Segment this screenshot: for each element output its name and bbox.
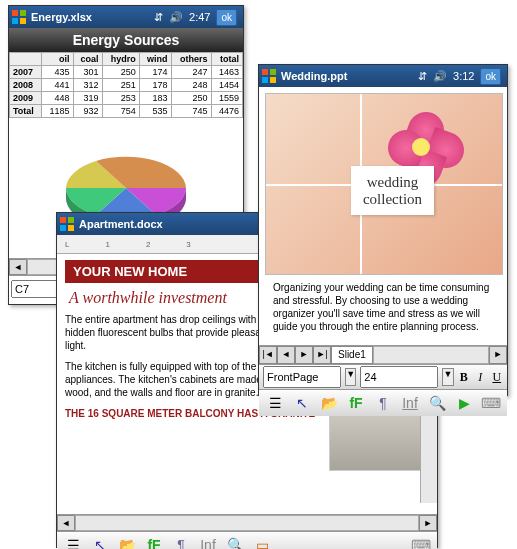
scroll-left-button[interactable]: ◄ xyxy=(57,515,75,531)
bold-button[interactable]: B xyxy=(458,367,470,387)
svg-rect-8 xyxy=(60,225,66,231)
prev-slide-button[interactable]: ◄ xyxy=(277,346,295,364)
svg-rect-7 xyxy=(68,217,74,223)
windows-logo-icon xyxy=(11,9,27,25)
keyboard-button[interactable]: ⌨ xyxy=(409,534,433,549)
svg-rect-0 xyxy=(12,10,18,16)
svg-rect-13 xyxy=(270,77,276,83)
toolbar: ☰ ↖ 📂 fF ¶ Inf 🔍 ▭ ⌨ xyxy=(57,531,437,549)
energy-table: oil coal hydro wind others total 2007435… xyxy=(9,52,243,118)
open-folder-button[interactable]: 📂 xyxy=(317,392,341,414)
page-view-button[interactable]: ▭ xyxy=(250,534,274,549)
slide-name[interactable]: Slide1 xyxy=(331,346,373,364)
table-row: 20074353012501742471463 xyxy=(10,66,243,79)
connectivity-icon: ⇵ xyxy=(418,70,427,83)
italic-button[interactable]: I xyxy=(474,367,486,387)
ok-button[interactable]: ok xyxy=(480,68,501,85)
slide-area[interactable]: wedding collection Organizing your weddi… xyxy=(259,87,507,345)
svg-rect-10 xyxy=(262,69,268,75)
energy-titlebar[interactable]: Energy.xlsx ⇵ 🔊 2:47 ok xyxy=(9,6,243,28)
clock: 3:12 xyxy=(453,70,474,82)
font-format-button[interactable]: fF xyxy=(344,392,368,414)
ok-button[interactable]: ok xyxy=(216,9,237,26)
wedding-window: Wedding.ppt ⇵ 🔊 3:12 ok wedding collecti… xyxy=(258,64,508,396)
toolbar: ☰ ↖ 📂 fF ¶ Inf 🔍 ▶ ⌨ xyxy=(259,389,507,416)
svg-rect-3 xyxy=(20,18,26,24)
cursor-icon[interactable]: ↖ xyxy=(88,534,112,549)
volume-icon: 🔊 xyxy=(169,11,183,24)
font-dropdown[interactable]: ▼ xyxy=(345,368,356,386)
cursor-icon[interactable]: ↖ xyxy=(290,392,314,414)
slide-nav: |◄ ◄ ► ►| Slide1 ► xyxy=(259,345,507,364)
menu-button[interactable]: ☰ xyxy=(61,534,85,549)
open-folder-button[interactable]: 📂 xyxy=(115,534,139,549)
clock: 2:47 xyxy=(189,11,210,23)
h-scrollbar[interactable]: ◄ ► xyxy=(57,514,437,531)
energy-title: Energy.xlsx xyxy=(31,11,154,23)
last-slide-button[interactable]: ►| xyxy=(313,346,331,364)
svg-rect-12 xyxy=(262,77,268,83)
table-header-row: oil coal hydro wind others total xyxy=(10,53,243,66)
wedding-title: Wedding.ppt xyxy=(281,70,418,82)
first-slide-button[interactable]: |◄ xyxy=(259,346,277,364)
windows-logo-icon xyxy=(59,216,75,232)
volume-icon: 🔊 xyxy=(433,70,447,83)
scroll-left-button[interactable]: ◄ xyxy=(9,259,27,275)
table-row: Total11859327545357454476 xyxy=(10,105,243,118)
next-slide-button[interactable]: ► xyxy=(295,346,313,364)
table-row: 20094483192531832501559 xyxy=(10,92,243,105)
svg-rect-9 xyxy=(68,225,74,231)
cell-ref-input[interactable] xyxy=(11,280,59,298)
play-button[interactable]: ▶ xyxy=(452,392,476,414)
scroll-right-button[interactable]: ► xyxy=(489,346,507,364)
svg-rect-11 xyxy=(270,69,276,75)
info-button[interactable]: Inf xyxy=(398,392,422,414)
slide-caption: Organizing your wedding can be time cons… xyxy=(265,275,501,339)
windows-logo-icon xyxy=(261,68,277,84)
info-button[interactable]: Inf xyxy=(196,534,220,549)
wedding-titlebar[interactable]: Wedding.ppt ⇵ 🔊 3:12 ok xyxy=(259,65,507,87)
svg-rect-6 xyxy=(60,217,66,223)
fontsize-dropdown[interactable]: ▼ xyxy=(442,368,453,386)
scroll-track[interactable] xyxy=(373,346,489,364)
table-row: 20084413122511782481454 xyxy=(10,79,243,92)
paragraph-button[interactable]: ¶ xyxy=(371,392,395,414)
scroll-track[interactable] xyxy=(75,515,419,531)
underline-button[interactable]: U xyxy=(491,367,503,387)
connectivity-icon: ⇵ xyxy=(154,11,163,24)
font-format-button[interactable]: fF xyxy=(142,534,166,549)
paragraph-button[interactable]: ¶ xyxy=(169,534,193,549)
keyboard-button[interactable]: ⌨ xyxy=(479,392,503,414)
zoom-button[interactable]: 🔍 xyxy=(425,392,449,414)
font-input[interactable] xyxy=(263,366,341,388)
slide-title-box: wedding collection xyxy=(351,166,434,215)
zoom-button[interactable]: 🔍 xyxy=(223,534,247,549)
svg-rect-2 xyxy=(12,18,18,24)
menu-button[interactable]: ☰ xyxy=(263,392,287,414)
format-bar: ▼ ▼ B I U xyxy=(259,364,507,389)
scroll-right-button[interactable]: ► xyxy=(419,515,437,531)
fontsize-input[interactable] xyxy=(360,366,438,388)
svg-rect-1 xyxy=(20,10,26,16)
slide[interactable]: wedding collection xyxy=(265,93,503,275)
energy-heading: Energy Sources xyxy=(9,28,243,52)
